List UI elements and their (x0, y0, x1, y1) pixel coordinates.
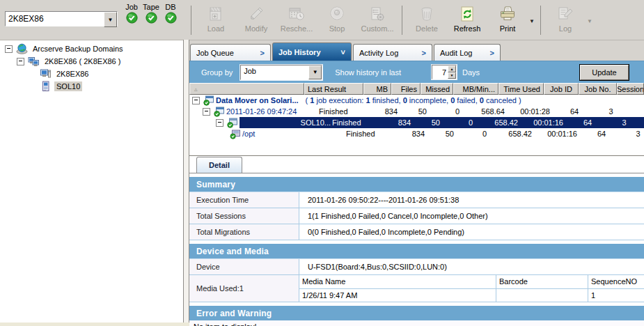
db-engine-label: DB (165, 3, 175, 12)
refresh-icon (458, 5, 476, 23)
detail-tab-strip: Detail (189, 156, 644, 173)
collapse-toggle-icon[interactable] (17, 58, 24, 65)
server-group-icon (28, 56, 40, 67)
collapse-toggle-icon[interactable] (216, 119, 223, 127)
server-selector-area: ▼ Job Tape DB (0, 0, 187, 40)
cell-missed: 0 (434, 107, 466, 116)
reschedule-button[interactable]: Resche... (276, 5, 317, 37)
update-button[interactable]: Update (580, 65, 629, 80)
cell-missed: 0 (447, 118, 480, 127)
collapse-toggle-icon[interactable] (192, 97, 200, 104)
collapse-toggle-icon[interactable] (203, 108, 210, 116)
column-header-files[interactable]: Files (391, 83, 421, 95)
tab-activity-log[interactable]: Activity Log > (353, 44, 432, 61)
job-engine-label: Job (125, 3, 138, 12)
days-spinner[interactable]: ▲ ▼ (432, 65, 457, 79)
column-header-mb[interactable]: MB (363, 83, 391, 95)
tab-label: Activity Log (359, 49, 412, 57)
toolbar-separator (402, 6, 402, 35)
chevron-right-icon: > (260, 49, 265, 57)
sort-ascending-icon: ▵ (194, 86, 198, 93)
tree-item-sol10[interactable]: SOL10 (0, 80, 183, 93)
group-by-dropdown[interactable]: Job ▼ (240, 65, 322, 80)
print-dropdown-arrow[interactable]: ▼ (528, 5, 536, 37)
cell-files: 50 (405, 107, 434, 116)
volume-row[interactable]: /opt Finished 834 50 0 658.42 00:01:16 6… (189, 128, 644, 139)
refresh-button-label: Refresh (454, 24, 481, 33)
server-db-icon (40, 81, 52, 92)
stop-button[interactable]: Stop (317, 5, 357, 37)
job-engine-status: Job (124, 3, 139, 24)
sequence-no-column-header: SequenceNO (588, 275, 644, 288)
tree-item-label[interactable]: SOL10 (54, 82, 82, 91)
tree-item-domains[interactable]: Arcserve Backup Domains (0, 42, 183, 55)
combo-dropdown-arrow-icon[interactable]: ▼ (308, 65, 322, 79)
show-history-label: Show history in last (335, 68, 401, 77)
engine-status-indicators: Job Tape DB (124, 3, 178, 24)
tree-item-label[interactable]: 2K8EX86 (54, 69, 91, 79)
print-button[interactable]: Print (487, 5, 528, 37)
spin-down-icon[interactable]: ▼ (448, 72, 456, 79)
execution-time-value: 2011-01-26 09:50:22----2011-01-26 09:51:… (299, 192, 644, 208)
job-status-icon (203, 95, 214, 106)
job-group-row[interactable]: Data Mover on Solari... ( 1 job executio… (189, 95, 644, 106)
delete-icon (418, 5, 436, 23)
media-table-row: 1/26/11 9:47 AM 1 (299, 289, 644, 302)
media-table: Media Name Barcode SequenceNO 1/26/11 9:… (299, 275, 644, 302)
collapse-toggle-icon[interactable] (5, 45, 13, 53)
tab-job-queue[interactable]: Job Queue > (190, 44, 271, 61)
load-button[interactable]: Load (196, 5, 236, 37)
tab-audit-log[interactable]: Audit Log > (434, 44, 501, 61)
server-selector-combobox[interactable]: ▼ (5, 11, 118, 26)
total-sessions-label: Total Sessions (189, 208, 299, 224)
job-group-name: Data Mover on Solari... (216, 96, 299, 104)
domain-icon (16, 43, 28, 54)
column-header-mb-min[interactable]: MB/Min... (453, 83, 498, 95)
job-status-icon (214, 107, 224, 117)
job-history-table: ▵ Last Result MB Files Missed MB/Min... … (189, 83, 644, 156)
log-dropdown-arrow[interactable]: ▼ (586, 5, 594, 37)
refresh-button[interactable]: Refresh (447, 5, 487, 37)
column-header-session[interactable]: Session (617, 83, 644, 95)
tree-item-label[interactable]: 2K8EX86 ( 2K8EX86 ) (42, 56, 123, 66)
delete-button[interactable]: Delete (407, 5, 447, 37)
column-header-name[interactable]: ▵ (189, 83, 304, 95)
total-migrations-value: 0(0 Finished,0 Failed,0 Incomplete,0 Pen… (299, 224, 644, 240)
spin-up-icon[interactable]: ▲ (448, 65, 456, 72)
column-header-time-used[interactable]: Time Used (498, 83, 544, 95)
panel-splitter[interactable] (183, 40, 189, 323)
combo-dropdown-arrow-icon[interactable]: ▼ (104, 12, 117, 27)
group-by-value: Job (241, 65, 308, 79)
cell-mb-min: 568.64 (466, 107, 512, 116)
cell-job-no: 3 (619, 130, 644, 138)
customize-icon (368, 5, 386, 23)
server-selector-input[interactable] (6, 12, 104, 26)
cell-mb-min: 658.42 (480, 118, 525, 127)
column-header-job-id[interactable]: Job ID (544, 83, 579, 95)
job-execution-time: 2011-01-26 09:47:24 (226, 107, 297, 116)
cell-mb: 834 (390, 118, 418, 127)
log-button-label: Log (559, 24, 572, 33)
cell-mb-min: 658.42 (494, 130, 539, 138)
master-job-row-selected[interactable]: SOL10... Finished 834 50 0 658.42 00:01:… (189, 117, 644, 128)
detail-tab-label: Detail (209, 161, 230, 169)
group-by-label: Group by (201, 68, 233, 77)
tree-item-label[interactable]: Arcserve Backup Domains (31, 44, 125, 54)
tab-detail[interactable]: Detail (196, 157, 242, 173)
barcode-value (496, 289, 588, 302)
modify-button[interactable]: Modify (236, 5, 276, 37)
media-name-column-header: Media Name (299, 275, 496, 288)
job-execution-row[interactable]: 2011-01-26 09:47:24 Finished 834 50 0 56… (189, 106, 644, 117)
volume-status-icon (230, 129, 240, 139)
column-header-last-result[interactable]: Last Result (304, 83, 363, 95)
column-header-missed[interactable]: Missed (421, 83, 453, 95)
column-header-job-no[interactable]: Job No. (579, 83, 617, 95)
days-input[interactable] (432, 65, 448, 79)
customize-button[interactable]: Custom... (357, 5, 398, 37)
tab-job-history[interactable]: Job History > (272, 42, 352, 61)
chevron-down-icon: > (339, 49, 347, 54)
view-tabs: Job Queue > Job History > Activity Log >… (189, 40, 644, 61)
tree-item-server-group[interactable]: 2K8EX86 ( 2K8EX86 ) (0, 55, 183, 68)
tree-item-server[interactable]: 2K8EX86 (0, 68, 183, 80)
log-button[interactable]: Log (545, 5, 586, 37)
